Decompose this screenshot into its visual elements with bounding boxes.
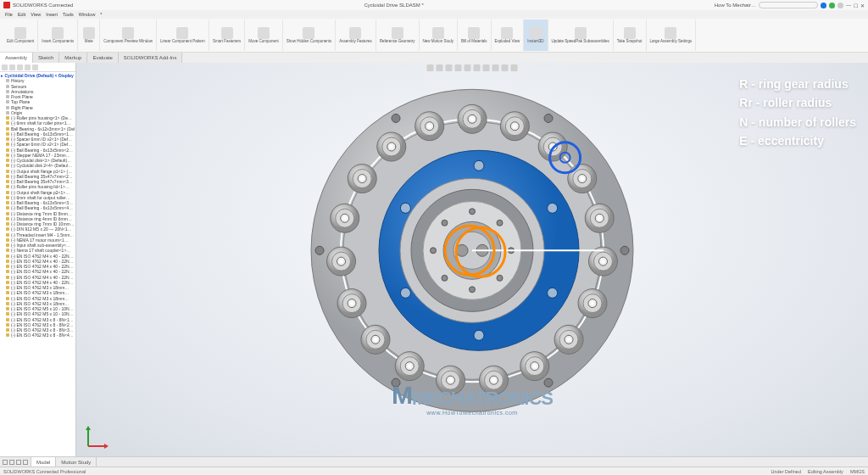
ribbon-icon [52, 27, 64, 39]
tree-search-icon[interactable] [25, 64, 31, 70]
watermark: MMECHATRONICS www.HowToMechatronics.com [392, 381, 553, 416]
ribbon-bill-of-materials[interactable]: Bill of Materials [458, 20, 492, 51]
svg-point-86 [548, 288, 558, 298]
ribbon-icon [303, 27, 314, 39]
ribbon-icon [349, 27, 361, 39]
help-icon[interactable] [837, 3, 843, 8]
tab-prev-icon[interactable] [9, 460, 14, 465]
svg-point-54 [374, 338, 377, 341]
svg-point-30 [591, 301, 594, 305]
menu-window[interactable]: Window [79, 12, 96, 17]
ribbon-move-component[interactable]: Move Component [245, 20, 283, 51]
ribbon-mate[interactable]: Mate [78, 20, 100, 51]
tab-solidworks-add-ins[interactable]: SOLIDWORKS Add-Ins [119, 53, 183, 63]
document-title: Cycloidal Drive SLDASM * [73, 3, 714, 8]
ribbon-icon [624, 27, 636, 39]
bottom-tabs: ModelMotion Study [0, 456, 868, 467]
menu-view[interactable]: View [31, 12, 41, 17]
ribbon-icon [501, 27, 513, 39]
ribbon-icon [468, 27, 480, 39]
ribbon-icon [122, 27, 134, 39]
svg-point-96 [497, 275, 503, 281]
svg-point-22 [598, 216, 601, 220]
view-triad[interactable] [83, 422, 112, 451]
svg-point-87 [474, 330, 484, 340]
search-input[interactable] [759, 2, 818, 8]
tab-markup[interactable]: Markup [59, 53, 87, 63]
ribbon-insert-components[interactable]: Insert Components [38, 20, 78, 51]
menu-insert[interactable]: Insert [46, 12, 58, 17]
maximize-button[interactable]: ☐ [854, 3, 858, 8]
ribbon-smart-fasteners[interactable]: Smart Fasteners [209, 20, 245, 51]
overlay-line: R - ring gear radius [739, 75, 856, 93]
tree-item[interactable]: (-) EN ISO 4762 M3 x 8 - 8N<4… [1, 332, 75, 338]
tree-config-icon[interactable] [17, 64, 23, 70]
overlay-line: Rr - roller radius [739, 93, 856, 112]
svg-point-18 [581, 176, 584, 180]
svg-point-89 [400, 203, 410, 213]
feature-tree-panel: ▸ Cycloidal Drive (Default) < Display S…… [0, 63, 76, 456]
ribbon-icon [258, 27, 270, 39]
tab-first-icon[interactable] [3, 460, 8, 465]
ribbon-update-speedpak-subassemblies[interactable]: Update SpeedPak Subassemblies [548, 20, 614, 51]
menu-file[interactable]: File [5, 12, 13, 17]
ribbon-take-snapshot[interactable]: Take Snapshot [614, 20, 647, 51]
ribbon-assembly-features[interactable]: Assembly Features [336, 20, 376, 51]
svg-point-84 [544, 114, 553, 122]
tab-last-icon[interactable] [23, 460, 28, 465]
svg-point-62 [339, 260, 342, 263]
feature-tree[interactable]: ▸ Cycloidal Drive (Default) < Display S…… [0, 72, 75, 456]
cloud-status-icon[interactable] [829, 3, 835, 8]
ribbon-edit-component[interactable]: Edit Component [3, 20, 38, 51]
ribbon-component-preview-window[interactable]: Component Preview Window [100, 20, 157, 51]
ribbon-large-assembly-settings[interactable]: Large Assembly Settings [647, 20, 697, 51]
tab-evaluate[interactable]: Evaluate [87, 53, 118, 63]
ribbon-new-motion-study[interactable]: New Motion Study [420, 20, 459, 51]
minimize-button[interactable]: — [846, 3, 851, 8]
ribbon-icon [432, 27, 444, 39]
svg-point-91 [548, 203, 558, 213]
close-button[interactable]: ✕ [860, 3, 865, 8]
svg-point-74 [390, 145, 393, 148]
status-field: Under Defined [771, 469, 801, 474]
svg-point-6 [470, 117, 474, 120]
app-logo-icon [3, 2, 10, 8]
ribbon-reference-geometry[interactable]: Reference Geometry [376, 20, 420, 51]
bottom-tab-model[interactable]: Model [31, 457, 56, 467]
ribbon-show-hidden-components[interactable]: Show Hidden Components [283, 20, 337, 51]
ribbon-icon [176, 27, 188, 39]
right-title-text: How To Mechatr… [715, 3, 756, 8]
graphics-viewport[interactable]: R - ring gear radiusRr - roller radiusN … [76, 63, 868, 456]
tree-expand-icon[interactable] [32, 64, 38, 70]
svg-point-58 [350, 301, 353, 305]
svg-point-26 [601, 260, 604, 263]
svg-point-100 [442, 220, 448, 226]
user-avatar-icon[interactable] [821, 3, 826, 8]
menu-edit[interactable]: Edit [18, 12, 25, 17]
svg-point-82 [315, 246, 324, 254]
ribbon-icon [665, 27, 676, 39]
svg-point-66 [343, 216, 347, 220]
ribbon-instant3d[interactable]: Instant3D [524, 20, 548, 51]
tab-assembly[interactable]: Assembly [0, 53, 33, 63]
workspace: ▸ Cycloidal Drive (Default) < Display S…… [0, 63, 868, 456]
ribbon-exploded-view[interactable]: Exploded View [492, 20, 525, 51]
svg-point-38 [533, 364, 537, 367]
tab-next-icon[interactable] [16, 460, 21, 465]
tab-sketch[interactable]: Sketch [33, 53, 59, 63]
svg-point-101 [470, 209, 476, 215]
svg-point-97 [470, 287, 476, 293]
ribbon-icon [392, 27, 403, 39]
menu-*[interactable]: * [100, 12, 102, 17]
tree-filter-icon[interactable] [2, 64, 8, 70]
svg-point-50 [408, 364, 411, 367]
svg-point-34 [567, 338, 570, 341]
ribbon-linear-component-pattern[interactable]: Linear Component Pattern [157, 20, 209, 51]
command-manager-tabs: AssemblySketchMarkupEvaluateSOLIDWORKS A… [0, 53, 868, 63]
app-name: SOLIDWORKS Connected [13, 3, 73, 8]
watermark-text: MECHATRONICS [412, 388, 553, 410]
tree-display-icon[interactable] [9, 64, 15, 70]
bottom-tab-motion-study[interactable]: Motion Study [56, 457, 97, 467]
watermark-logo: MMECHATRONICS [392, 381, 553, 410]
menu-tools[interactable]: Tools [63, 12, 74, 17]
